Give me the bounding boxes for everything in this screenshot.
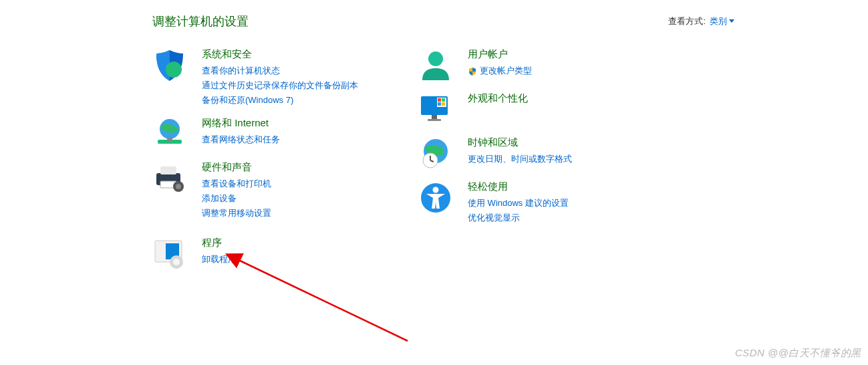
category-ease-of-access: 轻松使用 使用 Windows 建议的设置 优化视觉显示 [418, 180, 572, 225]
link-change-date-time-format[interactable]: 更改日期、时间或数字格式 [468, 152, 572, 166]
link-add-device[interactable]: 添加设备 [202, 191, 271, 206]
category-title-network[interactable]: 网络和 Internet [202, 117, 280, 130]
svg-rect-16 [428, 119, 441, 121]
svg-rect-3 [167, 137, 172, 141]
link-windows-recommended[interactable]: 使用 Windows 建议的设置 [468, 196, 569, 211]
svg-rect-21 [442, 102, 445, 106]
accessibility-icon [418, 180, 453, 215]
printer-hardware-icon [152, 161, 187, 196]
category-programs: 程序 卸载程序 [152, 237, 358, 271]
link-optimize-visual[interactable]: 优化视觉显示 [468, 211, 569, 225]
view-by-value: 类别 [710, 15, 727, 27]
monitor-appearance-icon [418, 92, 453, 127]
category-system-security: 系统和安全 查看你的计算机状态 通过文件历史记录保存你的文件备份副本 备份和还原… [152, 48, 358, 108]
category-network: 网络和 Internet 查看网络状态和任务 [152, 117, 358, 152]
globe-network-icon [152, 117, 187, 152]
svg-point-13 [428, 51, 443, 66]
link-uninstall-program[interactable]: 卸载程序 [202, 252, 237, 267]
svg-rect-18 [438, 98, 441, 102]
shield-icon [152, 48, 187, 83]
view-by: 查看方式: 类别 [668, 15, 734, 27]
left-column: 系统和安全 查看你的计算机状态 通过文件历史记录保存你的文件备份副本 备份和还原… [152, 48, 358, 281]
svg-point-8 [176, 184, 181, 189]
link-change-account-type[interactable]: 更改帐户类型 [468, 64, 532, 78]
svg-point-0 [166, 62, 182, 78]
link-mobility-settings[interactable]: 调整常用移动设置 [202, 206, 271, 221]
link-change-account-type-text: 更改帐户类型 [480, 66, 532, 76]
programs-icon [152, 237, 187, 271]
category-title-appearance[interactable]: 外观和个性化 [468, 92, 528, 105]
view-by-dropdown[interactable]: 类别 [710, 15, 734, 27]
category-title-system-security[interactable]: 系统和安全 [202, 48, 358, 61]
category-title-hardware[interactable]: 硬件和声音 [202, 161, 271, 174]
category-title-programs[interactable]: 程序 [202, 237, 237, 249]
link-network-status[interactable]: 查看网络状态和任务 [202, 132, 280, 147]
svg-rect-19 [442, 98, 445, 102]
right-column: 用户帐户 更改帐户类型 [418, 48, 572, 281]
svg-point-12 [173, 259, 180, 265]
uac-shield-icon [468, 67, 477, 76]
category-title-clock-region[interactable]: 时钟和区域 [468, 136, 572, 149]
page-title: 调整计算机的设置 [152, 13, 249, 29]
link-file-history-backup[interactable]: 通过文件历史记录保存你的文件备份副本 [202, 78, 358, 93]
watermark: CSDN @@白天不懂爷的黑 [735, 347, 861, 360]
link-devices-printers[interactable]: 查看设备和打印机 [202, 176, 271, 191]
category-clock-region: 时钟和区域 更改日期、时间或数字格式 [418, 136, 572, 171]
svg-rect-5 [160, 166, 176, 174]
category-hardware: 硬件和声音 查看设备和打印机 添加设备 调整常用移动设置 [152, 161, 358, 221]
link-check-pc-status[interactable]: 查看你的计算机状态 [202, 64, 358, 78]
category-title-user-accounts[interactable]: 用户帐户 [468, 48, 532, 61]
category-title-ease-of-access[interactable]: 轻松使用 [468, 180, 569, 193]
svg-rect-15 [432, 115, 437, 119]
chevron-down-icon [729, 19, 734, 23]
category-appearance: 外观和个性化 [418, 92, 572, 127]
link-backup-restore-win7[interactable]: 备份和还原(Windows 7) [202, 93, 358, 108]
globe-clock-icon [418, 136, 453, 171]
user-icon [418, 48, 453, 83]
view-by-label: 查看方式: [668, 15, 706, 27]
category-user-accounts: 用户帐户 更改帐户类型 [418, 48, 572, 83]
svg-rect-20 [438, 102, 441, 106]
svg-point-27 [433, 187, 439, 193]
